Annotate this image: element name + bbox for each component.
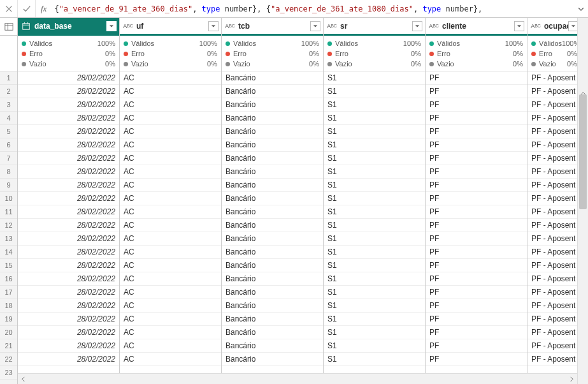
- cell[interactable]: S1: [324, 179, 425, 192]
- cell[interactable]: S1: [324, 286, 425, 299]
- cell[interactable]: AC: [120, 339, 221, 353]
- cell[interactable]: Bancário: [222, 259, 323, 272]
- table-icon[interactable]: [0, 18, 17, 36]
- cell[interactable]: 28/02/2022: [18, 272, 119, 286]
- cell[interactable]: Bancário: [222, 192, 323, 205]
- cell[interactable]: AC: [120, 299, 221, 313]
- cell[interactable]: PF: [426, 286, 527, 299]
- cell[interactable]: 28/02/2022: [18, 313, 119, 326]
- cell[interactable]: S1: [324, 85, 425, 98]
- cell[interactable]: 28/02/2022: [18, 152, 119, 165]
- cell[interactable]: PF - Aposent: [527, 152, 577, 165]
- cell[interactable]: AC: [120, 286, 221, 299]
- cell[interactable]: PF: [426, 71, 527, 85]
- row-number[interactable]: 2: [0, 85, 17, 98]
- cell[interactable]: 28/02/2022: [18, 326, 119, 339]
- cell[interactable]: 28/02/2022: [18, 299, 119, 313]
- cell[interactable]: Bancário: [222, 246, 323, 259]
- cell[interactable]: Bancário: [222, 339, 323, 353]
- cell[interactable]: S1: [324, 299, 425, 313]
- cell[interactable]: S1: [324, 205, 425, 219]
- filter-dropdown-button[interactable]: [412, 21, 422, 31]
- cell[interactable]: AC: [120, 152, 221, 165]
- cell[interactable]: PF - Aposent: [527, 272, 577, 286]
- cell[interactable]: PF - Aposent: [527, 138, 577, 152]
- cell[interactable]: S1: [324, 339, 425, 353]
- row-number[interactable]: 17: [0, 286, 17, 299]
- cell[interactable]: PF - Aposent: [527, 71, 577, 85]
- vertical-scrollbar[interactable]: [577, 18, 588, 384]
- row-number[interactable]: 5: [0, 125, 17, 138]
- cell[interactable]: PF: [426, 112, 527, 125]
- cell[interactable]: 28/02/2022: [18, 98, 119, 112]
- row-number[interactable]: 7: [0, 152, 17, 165]
- cell[interactable]: S1: [324, 353, 425, 366]
- cell[interactable]: 28/02/2022: [18, 192, 119, 205]
- cell[interactable]: Bancário: [222, 313, 323, 326]
- confirm-button[interactable]: [18, 0, 36, 17]
- filter-dropdown-button[interactable]: [208, 21, 219, 31]
- cell[interactable]: Bancário: [222, 165, 323, 179]
- cell[interactable]: PF - Aposent: [527, 286, 577, 299]
- cell[interactable]: AC: [120, 125, 221, 138]
- cell[interactable]: 28/02/2022: [18, 165, 119, 179]
- cell[interactable]: PF: [426, 246, 527, 259]
- cell[interactable]: Bancário: [222, 125, 323, 138]
- column-header[interactable]: ABCtcb: [222, 18, 323, 36]
- cell[interactable]: PF: [426, 138, 527, 152]
- cell[interactable]: PF: [426, 353, 527, 366]
- cell[interactable]: PF - Aposent: [527, 232, 577, 246]
- cell[interactable]: AC: [120, 165, 221, 179]
- cell[interactable]: Bancário: [222, 299, 323, 313]
- cell[interactable]: PF: [426, 339, 527, 353]
- scroll-right-arrow[interactable]: [566, 374, 577, 385]
- cell[interactable]: 28/02/2022: [18, 246, 119, 259]
- text-type-icon[interactable]: ABC: [122, 20, 134, 32]
- column-header[interactable]: ABCuf: [120, 18, 221, 36]
- cell[interactable]: 28/02/2022: [18, 286, 119, 299]
- cell[interactable]: 28/02/2022: [18, 232, 119, 246]
- row-number[interactable]: 9: [0, 179, 17, 192]
- filter-dropdown-button[interactable]: [568, 21, 577, 31]
- cell[interactable]: PF: [426, 219, 527, 232]
- cell[interactable]: 28/02/2022: [18, 71, 119, 85]
- cell[interactable]: PF: [426, 179, 527, 192]
- cell[interactable]: S1: [324, 138, 425, 152]
- expand-formula-button[interactable]: [574, 5, 588, 13]
- row-number[interactable]: 6: [0, 138, 17, 152]
- row-number[interactable]: 19: [0, 313, 17, 326]
- cell[interactable]: 28/02/2022: [18, 353, 119, 366]
- cell[interactable]: PF - Aposent: [527, 85, 577, 98]
- cell[interactable]: Bancário: [222, 179, 323, 192]
- row-number[interactable]: 20: [0, 326, 17, 339]
- row-number[interactable]: 1: [0, 71, 17, 85]
- cell[interactable]: S1: [324, 112, 425, 125]
- cell[interactable]: AC: [120, 205, 221, 219]
- cell[interactable]: PF - Aposent: [527, 246, 577, 259]
- cell[interactable]: Bancário: [222, 219, 323, 232]
- cell[interactable]: AC: [120, 313, 221, 326]
- cell[interactable]: 28/02/2022: [18, 339, 119, 353]
- cell[interactable]: PF - Aposent: [527, 313, 577, 326]
- row-number[interactable]: 21: [0, 339, 17, 353]
- cell[interactable]: PF - Aposent: [527, 192, 577, 205]
- cell[interactable]: PF: [426, 152, 527, 165]
- row-number[interactable]: 10: [0, 192, 17, 205]
- cell[interactable]: Bancário: [222, 286, 323, 299]
- cell[interactable]: S1: [324, 165, 425, 179]
- scrollbar-thumb[interactable]: [579, 94, 587, 209]
- cell[interactable]: Bancário: [222, 98, 323, 112]
- cell[interactable]: 28/02/2022: [18, 138, 119, 152]
- cell[interactable]: AC: [120, 232, 221, 246]
- cell[interactable]: PF - Aposent: [527, 259, 577, 272]
- cell[interactable]: 28/02/2022: [18, 125, 119, 138]
- cell[interactable]: Bancário: [222, 71, 323, 85]
- cell[interactable]: PF - Aposent: [527, 179, 577, 192]
- text-type-icon[interactable]: ABC: [224, 20, 236, 32]
- cell[interactable]: 28/02/2022: [18, 112, 119, 125]
- filter-dropdown-button[interactable]: [310, 21, 320, 31]
- row-number[interactable]: 18: [0, 299, 17, 313]
- row-number[interactable]: 14: [0, 246, 17, 259]
- cell[interactable]: PF: [426, 313, 527, 326]
- cell[interactable]: PF: [426, 165, 527, 179]
